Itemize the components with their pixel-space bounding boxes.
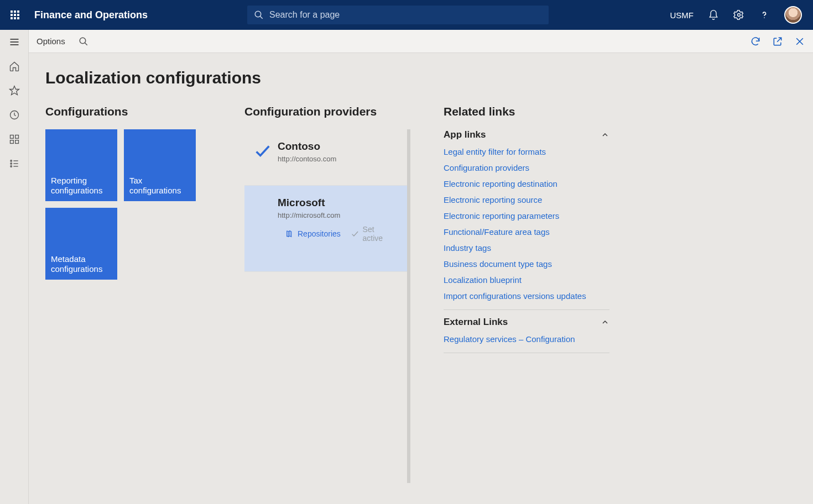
- top-bar: Finance and Operations USMF: [0, 0, 813, 30]
- settings-button[interactable]: [733, 9, 744, 20]
- svg-line-1: [260, 16, 263, 19]
- recent-button[interactable]: [8, 108, 21, 122]
- providers-list: Contoso http://contoso.com Microsoft htt…: [244, 129, 410, 483]
- hamburger-icon: [9, 36, 20, 48]
- svg-rect-9: [10, 135, 13, 139]
- svg-rect-10: [15, 135, 18, 139]
- waffle-icon: [11, 11, 19, 19]
- related-links-section: Related links App links Legal entity fil…: [444, 105, 609, 360]
- svg-point-17: [10, 166, 12, 167]
- options-menu[interactable]: Options: [37, 36, 65, 46]
- link-regulatory-services[interactable]: Regulatory services – Configuration: [444, 334, 609, 344]
- page-title: Localization configurations: [45, 69, 796, 87]
- link-legal-entity-filter[interactable]: Legal entity filter for formats: [444, 147, 609, 156]
- help-button[interactable]: [759, 9, 770, 20]
- link-localization-blueprint[interactable]: Localization blueprint: [444, 275, 609, 285]
- related-group-header[interactable]: App links: [444, 129, 609, 140]
- svg-line-20: [85, 43, 87, 45]
- star-icon: [9, 85, 20, 96]
- svg-point-0: [255, 11, 261, 17]
- svg-point-2: [738, 14, 741, 17]
- svg-point-19: [80, 38, 86, 44]
- tile-label: Tax configurations: [129, 176, 190, 196]
- app-title: Finance and Operations: [34, 9, 148, 21]
- svg-point-13: [10, 160, 12, 162]
- search-box[interactable]: [247, 6, 549, 24]
- clock-icon: [9, 109, 20, 120]
- check-icon: [351, 229, 359, 238]
- link-er-parameters[interactable]: Electronic reporting parameters: [444, 211, 609, 221]
- refresh-icon: [750, 36, 761, 47]
- link-configuration-providers[interactable]: Configuration providers: [444, 163, 609, 172]
- hamburger-button[interactable]: [8, 35, 21, 49]
- chevron-up-icon: [601, 318, 609, 327]
- app-launcher-button[interactable]: [0, 0, 30, 30]
- set-active-label: Set active: [363, 225, 396, 243]
- tile-reporting-configurations[interactable]: Reporting configurations: [45, 129, 117, 201]
- link-industry-tags[interactable]: Industry tags: [444, 243, 609, 253]
- workspaces-button[interactable]: [8, 133, 21, 146]
- close-icon: [794, 36, 805, 47]
- close-button[interactable]: [794, 36, 805, 47]
- repositories-icon: [285, 229, 294, 238]
- providers-section: Configuration providers Contoso http://c…: [244, 105, 410, 483]
- provider-url: http://microsoft.com: [278, 211, 396, 219]
- company-code[interactable]: USMF: [670, 11, 694, 20]
- providers-heading: Configuration providers: [244, 105, 410, 118]
- bell-icon: [708, 9, 719, 20]
- provider-card-contoso[interactable]: Contoso http://contoso.com: [244, 129, 407, 186]
- home-button[interactable]: [8, 60, 21, 73]
- user-avatar[interactable]: [784, 6, 802, 24]
- link-import-config-updates[interactable]: Import configurations versions updates: [444, 291, 609, 301]
- svg-marker-7: [9, 86, 19, 95]
- related-group-header[interactable]: External Links: [444, 317, 609, 328]
- notifications-button[interactable]: [708, 9, 719, 20]
- related-group-external-links: External Links Regulatory services – Con…: [444, 317, 609, 353]
- action-bar: Options: [29, 30, 813, 53]
- provider-name: Contoso: [278, 140, 396, 153]
- configurations-heading: Configurations: [45, 105, 211, 118]
- tile-metadata-configurations[interactable]: Metadata configurations: [45, 208, 117, 280]
- related-group-title: App links: [444, 129, 486, 140]
- link-business-doc-tags[interactable]: Business document type tags: [444, 259, 609, 269]
- related-group-app-links: App links Legal entity filter for format…: [444, 129, 609, 310]
- nav-rail: [0, 30, 29, 504]
- chevron-up-icon: [601, 130, 609, 139]
- help-icon: [759, 9, 770, 20]
- popout-button[interactable]: [772, 36, 783, 47]
- svg-rect-11: [10, 140, 13, 144]
- svg-point-3: [764, 17, 765, 18]
- home-icon: [9, 61, 20, 72]
- svg-point-15: [10, 163, 12, 165]
- gear-icon: [733, 9, 744, 20]
- content-area: Localization configurations Configuratio…: [29, 53, 813, 504]
- refresh-button[interactable]: [750, 36, 761, 47]
- repositories-label: Repositories: [298, 229, 341, 238]
- provider-name: Microsoft: [278, 197, 396, 209]
- related-links-heading: Related links: [444, 105, 609, 118]
- search-icon: [254, 10, 264, 20]
- configurations-section: Configurations Reporting configurations …: [45, 105, 211, 280]
- link-er-source[interactable]: Electronic reporting source: [444, 195, 609, 204]
- active-provider-check-icon: [253, 141, 272, 160]
- search-input[interactable]: [269, 10, 542, 20]
- actionbar-search-button[interactable]: [79, 36, 88, 46]
- link-functional-tags[interactable]: Functional/Feature area tags: [444, 227, 609, 237]
- list-icon: [9, 158, 20, 169]
- link-er-destination[interactable]: Electronic reporting destination: [444, 179, 609, 188]
- popout-icon: [772, 36, 783, 47]
- tile-label: Reporting configurations: [51, 176, 112, 196]
- search-icon: [79, 36, 88, 46]
- provider-card-microsoft[interactable]: Microsoft http://microsoft.com Repositor…: [244, 186, 407, 272]
- tile-label: Metadata configurations: [51, 254, 112, 274]
- modules-button[interactable]: [8, 157, 21, 170]
- repositories-button[interactable]: Repositories: [285, 225, 341, 243]
- favorites-button[interactable]: [8, 84, 21, 97]
- set-active-button: Set active: [351, 225, 396, 243]
- related-group-title: External Links: [444, 317, 508, 328]
- provider-url: http://contoso.com: [278, 155, 396, 163]
- header-right-cluster: USMF: [670, 6, 814, 24]
- tile-tax-configurations[interactable]: Tax configurations: [124, 129, 196, 201]
- workspace-icon: [9, 134, 20, 145]
- svg-rect-12: [15, 140, 18, 144]
